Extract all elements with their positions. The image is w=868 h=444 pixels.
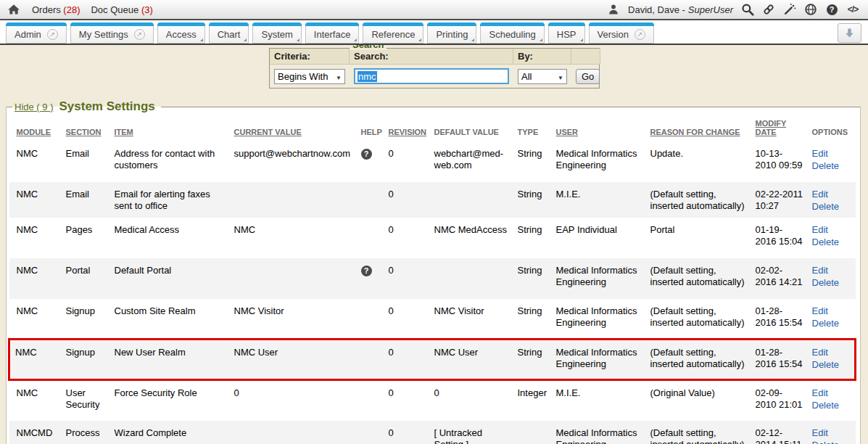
edit-link[interactable]: Edit: [812, 265, 847, 276]
section-cell: Email: [66, 182, 115, 218]
user-cell: Medical Informatics Engineering: [556, 258, 650, 299]
help-icon[interactable]: [825, 3, 838, 16]
module-cell: NMC: [9, 340, 66, 380]
item-cell: Force Security Role: [115, 380, 234, 421]
item-cell: Medical Access: [115, 218, 234, 258]
topbar-left: Orders (28)Doc Queue (3): [0, 3, 153, 16]
item-cell: Address for contact with customers: [115, 141, 234, 182]
criteria-label: Criteria:: [270, 49, 350, 65]
system-settings-legend: Hide ( 9 ) System Settings: [7, 99, 860, 114]
table-row: NMCEmailAddress for contact with custome…: [9, 141, 856, 182]
table-row: NMCUser SecurityForce Security Role000In…: [9, 380, 856, 421]
home-icon-glyph: [7, 4, 20, 16]
type-cell: [518, 421, 556, 444]
by-select[interactable]: All: [518, 69, 567, 84]
select-arrow-icon: [555, 71, 563, 82]
default-value-cell: NMC MedAccess: [434, 218, 518, 258]
modify-date-cell: 02-12-2014 15:11: [756, 421, 812, 444]
delete-link[interactable]: Delete: [812, 237, 847, 248]
external-link-icon[interactable]: [47, 29, 58, 40]
wand-icon[interactable]: [783, 3, 796, 16]
column-header-label[interactable]: CURRENT VALUE: [234, 128, 302, 136]
tab-scheduling[interactable]: Scheduling: [480, 22, 544, 44]
delete-link[interactable]: Delete: [812, 201, 847, 213]
edit-link[interactable]: Edit: [812, 347, 846, 358]
link-icon[interactable]: [762, 3, 775, 16]
column-header-label: OPTIONS: [812, 128, 848, 136]
help-icon[interactable]: [361, 149, 372, 160]
tab-reference[interactable]: Reference: [363, 22, 423, 44]
tab-access[interactable]: Access: [157, 22, 205, 44]
column-header-label[interactable]: SECTION: [66, 128, 102, 136]
column-header-label[interactable]: REVISION: [389, 128, 427, 136]
table-row: NMCPortalDefault Portal0StringMedical In…: [9, 258, 856, 299]
revision-cell: 0: [389, 258, 434, 299]
edit-link[interactable]: Edit: [812, 189, 847, 200]
help-icon[interactable]: [361, 266, 372, 276]
code-icon[interactable]: [846, 3, 859, 16]
reason-cell: Portal: [650, 218, 756, 258]
column-header-label[interactable]: REASON FOR CHANGE: [650, 128, 740, 136]
criteria-select[interactable]: Begins With: [274, 69, 345, 84]
search-head-spacer: [571, 49, 600, 65]
tab-hsp[interactable]: HSP: [548, 22, 585, 44]
current-value-cell: NMC User: [234, 340, 361, 380]
tab-chart[interactable]: Chart: [209, 22, 249, 44]
item-cell: New User Realm: [115, 340, 234, 380]
tab-label: Access: [166, 29, 197, 40]
table-row: NMCSignupNew User RealmNMC User0NMC User…: [9, 340, 856, 380]
delete-link[interactable]: Delete: [812, 277, 847, 289]
column-header-label[interactable]: ITEM: [115, 128, 133, 136]
user-cell: Medical Informatics Engineering: [556, 421, 650, 444]
item-cell: Custom Site Realm: [115, 299, 234, 340]
tab-interface[interactable]: Interface: [305, 22, 360, 44]
delete-link[interactable]: Delete: [812, 318, 847, 329]
home-icon[interactable]: [7, 3, 20, 16]
hide-link[interactable]: Hide ( 9 ): [15, 102, 53, 112]
default-value-cell: [434, 258, 518, 299]
go-button[interactable]: Go: [576, 69, 600, 84]
edit-link[interactable]: Edit: [812, 224, 847, 236]
edit-link[interactable]: Edit: [812, 148, 847, 160]
tab-version[interactable]: Version: [589, 22, 654, 44]
collapse-toolbar-button[interactable]: [838, 23, 861, 43]
tab-printing[interactable]: Printing: [427, 22, 476, 44]
user-label[interactable]: David, Dave - SuperUser: [628, 4, 733, 15]
user-cell: Medical Informatics Engineering: [556, 340, 650, 380]
tab-system[interactable]: System: [252, 22, 301, 44]
delete-link[interactable]: Delete: [812, 440, 847, 444]
nav-item-doc-queue[interactable]: Doc Queue (3): [91, 4, 152, 15]
reason-cell: (Original Value): [650, 380, 756, 421]
column-header-label[interactable]: MODIFY DATE: [756, 119, 787, 136]
external-link-icon[interactable]: [635, 29, 645, 40]
delete-link[interactable]: Delete: [812, 359, 846, 371]
options-cell: EditDelete: [812, 421, 856, 444]
edit-link[interactable]: Edit: [812, 305, 847, 317]
help-icon-glyph: [827, 4, 838, 15]
external-link-icon[interactable]: [134, 29, 145, 40]
help-cell: [361, 380, 389, 421]
edit-link[interactable]: Edit: [812, 387, 847, 399]
tab-admin[interactable]: Admin: [6, 22, 67, 44]
legend-line-left: [7, 107, 12, 107]
column-header-label[interactable]: USER: [556, 128, 579, 136]
modify-date-cell: 01-28-2016 15:54: [756, 299, 812, 340]
delete-link[interactable]: Delete: [812, 160, 847, 172]
help-cell: [361, 141, 389, 182]
search-input[interactable]: nmc: [354, 68, 509, 84]
tab-my-settings[interactable]: My Settings: [70, 22, 154, 44]
delete-link[interactable]: Delete: [812, 400, 847, 411]
tab-label: Version: [598, 29, 629, 40]
default-value-cell: NMC User: [434, 340, 518, 380]
revision-cell: 0: [389, 380, 434, 421]
reason-cell: (Default setting, inserted automatically…: [650, 258, 756, 299]
edit-link[interactable]: Edit: [812, 427, 847, 439]
item-cell: Default Portal: [115, 258, 234, 299]
item-cell: Wizard Complete: [115, 421, 234, 444]
nav-item-orders[interactable]: Orders (28): [32, 4, 80, 15]
search-icon[interactable]: [741, 3, 754, 16]
globe-icon[interactable]: [804, 3, 817, 16]
column-header-label[interactable]: MODULE: [17, 128, 51, 136]
table-row: NMCSignupCustom Site RealmNMC Visitor0NM…: [9, 299, 856, 340]
current-value-cell: [234, 421, 361, 444]
